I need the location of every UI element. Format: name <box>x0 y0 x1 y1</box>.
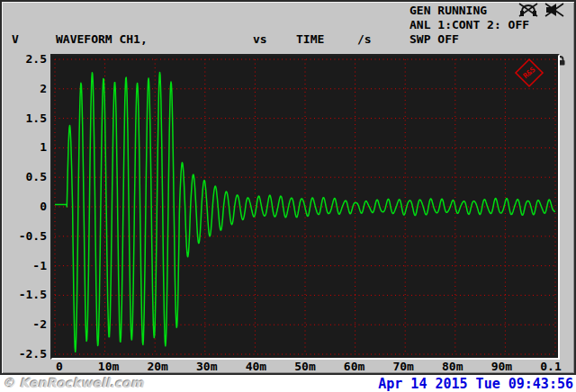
analyzer-status: ANL 1:CONT 2: OFF <box>410 18 529 32</box>
generator-status: GEN RUNNING <box>410 4 487 18</box>
y-tick-label: -0.5 <box>0 229 47 244</box>
x-tick-label: 10m <box>81 360 137 373</box>
vs-label: vs <box>253 32 267 47</box>
x-tick-label: 60m <box>327 360 382 373</box>
speaker-muted-icon <box>544 3 565 17</box>
waveform-plot: R&S <box>50 54 560 360</box>
y-tick-label: 1 <box>0 140 47 155</box>
y-tick-label: -1 <box>0 259 47 273</box>
x-tick-label: 90m <box>473 360 529 373</box>
y-tick-label: 0 <box>0 200 47 214</box>
x-tick-label: 20m <box>130 360 185 373</box>
headphones-muted-icon <box>518 3 538 17</box>
rs-logo-text: R&S <box>522 66 537 80</box>
y-unit-label: V <box>12 32 19 47</box>
x-unit-label: /s <box>357 32 372 47</box>
y-tick-label: 2 <box>0 82 47 96</box>
x-tick-label: 0 <box>32 360 87 373</box>
y-tick-label: -1.5 <box>0 288 47 302</box>
x-axis-title: TIME <box>296 32 324 47</box>
x-tick-label: 0.1 <box>523 360 576 373</box>
screenshot-root: { "header": { "status_line1": "GEN RUNNI… <box>0 0 576 392</box>
x-tick-label: 70m <box>375 360 431 373</box>
y-tick-label: 2.5 <box>0 52 47 67</box>
rs-logo: R&S <box>516 59 543 86</box>
x-tick-label: 80m <box>425 360 481 373</box>
waveform-trace <box>55 72 555 352</box>
timestamp: Apr 14 2015 Tue 09:43:56 <box>378 376 573 392</box>
x-tick-label: 30m <box>179 360 235 373</box>
y-tick-label: -2 <box>0 317 47 332</box>
x-tick-label: 50m <box>277 360 333 373</box>
trace-title: WAVEFORM CH1, <box>56 32 148 47</box>
y-tick-label: 1.5 <box>0 111 47 126</box>
scope-canvas: R&S <box>52 56 558 358</box>
watermark: © KenRockwell.com <box>3 376 144 390</box>
x-tick-label: 40m <box>228 360 284 373</box>
sweep-status: SWP OFF <box>410 32 459 47</box>
y-tick-label: 0.5 <box>0 170 47 184</box>
